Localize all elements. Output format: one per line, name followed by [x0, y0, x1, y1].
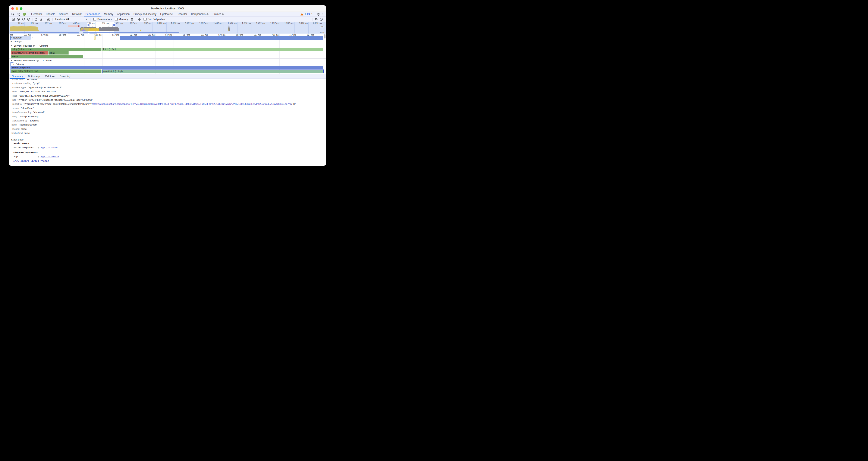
vertical-scrollbar-thumb[interactable]	[324, 34, 326, 38]
tab-application[interactable]: Application	[115, 12, 131, 17]
record-and-reload-icon[interactable]	[21, 17, 26, 21]
issues-message-icon[interactable]	[307, 12, 310, 16]
details-tab-summary[interactable]: Summary	[9, 74, 25, 79]
flame-bar[interactable]: fetch (…/api)	[102, 48, 323, 51]
record-icon[interactable]	[16, 17, 21, 21]
flame-bar[interactable]: await fetch (…/api)	[102, 69, 324, 73]
home-live-metrics-icon[interactable]	[46, 17, 51, 21]
tab-label: Memory	[104, 12, 113, 16]
tab-performance[interactable]: Performance	[84, 12, 102, 17]
history-select[interactable]: localhost #4	[54, 18, 90, 21]
track-divider	[9, 58, 326, 59]
toggle-sidebar-icon[interactable]	[11, 17, 16, 21]
overview-tick-label: 1,697 ms	[238, 22, 251, 24]
screenshots-checkbox[interactable]: Screenshots	[93, 18, 112, 21]
summary-property-row: connection"keep-alive"	[9, 79, 326, 81]
tab-console[interactable]: Console	[44, 12, 57, 17]
upload-profile-icon[interactable]	[34, 17, 39, 21]
overview-tick-label: 2,097 ms	[294, 22, 308, 24]
help-icon[interactable]: ?	[319, 17, 324, 21]
tab-privacy-and-security[interactable]: Privacy and security	[131, 12, 158, 17]
timeline-overview[interactable]: 97 ms197 ms297 ms397 ms497 ms597 ms697 m…	[9, 22, 326, 34]
flame-bar[interactable]: delay (deferred text)	[11, 48, 101, 51]
warning-count[interactable]: 1	[305, 13, 306, 16]
summary-property-row: server"cloudflare"	[9, 106, 326, 110]
stack-trace-frames: await fetchServerComponent@App.js:128:9<…	[13, 142, 326, 163]
flame-bar[interactable]: ServerComponent	[11, 66, 323, 69]
selection-handle-right[interactable]	[113, 23, 115, 27]
track-header-server-components[interactable]: ▼ Server Components — Custom	[11, 59, 52, 62]
frame-at-symbol: @	[38, 155, 39, 158]
tab-label: Lighthouse	[160, 12, 173, 16]
tab-components[interactable]: Components	[189, 12, 211, 17]
tab-label: Elements	[31, 12, 42, 16]
tab-elements[interactable]: Elements	[29, 12, 44, 17]
network-request-bar[interactable]	[120, 36, 323, 40]
garbage-collect-icon[interactable]	[129, 17, 134, 21]
property-key: report-to	[12, 103, 22, 105]
tab-recorder[interactable]: Recorder	[175, 12, 189, 17]
details-tab-call-tree[interactable]: Call tree	[42, 74, 57, 79]
overview-tick-label: 497 ms	[67, 22, 80, 24]
close-window-button[interactable]	[11, 7, 14, 10]
frame-source-link[interactable]: App.js:128:9	[40, 146, 58, 149]
detail-tick-label: 607 ms	[87, 34, 101, 36]
property-value: false	[21, 128, 27, 130]
chevron-down-icon: ▼	[13, 63, 14, 65]
details-tab-bottom-up[interactable]: Bottom-up	[25, 74, 42, 79]
inspect-element-icon[interactable]	[10, 12, 16, 17]
tab-network[interactable]: Network	[70, 12, 84, 17]
overview-tick-label: 2,197 ms	[309, 22, 322, 24]
custom-track-suffix: — Custom	[36, 45, 48, 47]
track-header-primary[interactable]: ▼ Primary	[13, 63, 24, 65]
zoom-window-button[interactable]	[20, 7, 23, 10]
tab-label: Sources	[59, 12, 68, 16]
issues-count[interactable]: 1	[311, 13, 313, 16]
dim-3rd-parties-checkbox[interactable]: Dim 3rd parties	[144, 18, 165, 21]
property-value: "Express"	[29, 119, 40, 122]
stack-frame: await fetch	[13, 142, 326, 146]
minimize-window-button[interactable]	[16, 7, 18, 10]
property-key: connection	[12, 79, 24, 80]
selection-handle-left[interactable]	[87, 23, 90, 27]
warning-icon[interactable]	[300, 12, 304, 16]
kebab-menu-icon[interactable]	[321, 12, 324, 16]
flame-bar[interactable]: await delay (deferred text)	[11, 69, 101, 73]
divider	[52, 18, 53, 21]
property-value: ReadableStream	[19, 123, 37, 126]
network-request-marker[interactable]	[94, 36, 95, 40]
property-key: content-type	[12, 86, 26, 89]
collapse-flame-icon[interactable]	[137, 17, 142, 21]
property-key: etag	[12, 94, 17, 97]
summary-property-row: vary"Accept-Encoding"	[9, 115, 326, 119]
flame-chart-area[interactable]: ms567 ms577 ms587 ms597 ms607 ms617 ms62…	[9, 34, 326, 74]
tab-memory[interactable]: Memory	[102, 12, 115, 17]
flame-bar[interactable]: delay	[11, 55, 83, 58]
settings-gear-icon[interactable]	[317, 12, 320, 16]
flame-bar[interactable]: delay	[49, 51, 68, 55]
show-ignore-listed-frames-link[interactable]: Show ignore-listed frames	[13, 159, 49, 163]
tab-profiler[interactable]: Profiler	[211, 12, 226, 17]
capture-settings-gear-icon[interactable]	[314, 17, 319, 21]
window-titlebar: DevTools - localhost:3000/	[9, 5, 326, 12]
download-profile-icon[interactable]	[39, 17, 44, 21]
device-toolbar-icon[interactable]	[16, 12, 21, 17]
node-icon[interactable]	[21, 12, 27, 17]
performance-toolbar: localhost #4 Screenshots Memory	[9, 17, 326, 22]
tab-sources[interactable]: Sources	[57, 12, 70, 17]
frame-at-symbol: @	[38, 146, 39, 149]
clear-icon[interactable]	[26, 17, 31, 21]
tab-lighthouse[interactable]: Lighthouse	[158, 12, 175, 17]
header-value-link[interactable]: https://a.nel.cloudflare.com/report/v4?s…	[92, 103, 291, 105]
frame-source-link[interactable]: App.js:190:16	[40, 155, 59, 158]
track-header-network[interactable]: ▶ Network	[11, 36, 22, 39]
details-tab-event-log[interactable]: Event log	[57, 74, 73, 79]
flame-bar[interactable]: delayedError (…ayed exception)	[11, 51, 48, 55]
divider	[135, 18, 136, 21]
overview-tick-label: 197 ms	[25, 22, 38, 24]
track-header-server-requests[interactable]: ▼ Server Requests — Custom	[11, 45, 48, 47]
memory-checkbox[interactable]: Memory	[115, 18, 128, 21]
track-header-timings[interactable]: ▶ Timings	[11, 40, 22, 43]
property-key: server	[12, 107, 19, 110]
summary-property-row: transfer-encoding"chunked"	[9, 110, 326, 114]
